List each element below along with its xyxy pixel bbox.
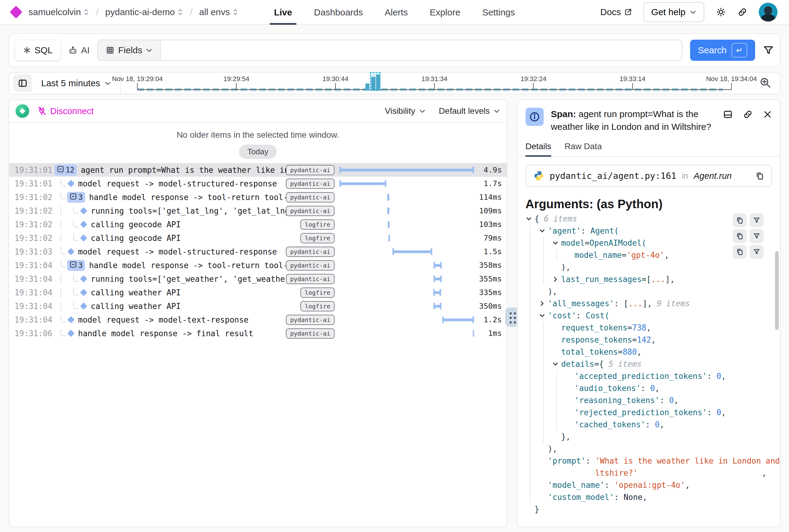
tree-connector (55, 220, 67, 229)
trace-row[interactable]: 19:31:0112agent run prompt=What is the w… (9, 163, 507, 177)
fields-label: Fields (118, 45, 142, 55)
indent-guide (539, 261, 552, 273)
code-token: Agent( (591, 226, 619, 235)
collapse-caret-icon[interactable] (552, 276, 561, 283)
panel-gap (507, 99, 517, 527)
code-token: = (622, 251, 627, 260)
theme-toggle-button[interactable] (716, 7, 726, 17)
collapse-badge[interactable]: 12 (55, 165, 77, 175)
source-file[interactable]: pydantic_ai/agent.py:161 (550, 171, 676, 181)
trace-row[interactable]: 19:31:04calling weather APIlogfire335ms (9, 286, 507, 299)
trace-row-name: running tools=['get_lat_lng', 'get_lat_l… (91, 206, 299, 215)
breadcrumb-project[interactable]: pydantic-ai-demo (105, 7, 183, 17)
code-token: 9 items (657, 299, 690, 308)
share-link-button[interactable] (737, 7, 747, 17)
trace-row[interactable]: 19:31:04running tools=['get_weather', 'g… (9, 272, 507, 286)
code-token: , (646, 323, 651, 332)
search-input[interactable] (161, 40, 681, 60)
trace-row[interactable]: 19:31:023handle model response -> tool-r… (9, 190, 507, 204)
trace-row-time: 19:31:01 (15, 166, 55, 175)
code-token: None (623, 493, 642, 502)
copy-span-link-button[interactable] (743, 110, 753, 119)
nav-tab-dashboards[interactable]: Dashboards (314, 0, 363, 25)
trace-row-tag-cell: logfire (301, 220, 334, 230)
visibility-dropdown[interactable]: Visibility (385, 106, 426, 116)
trace-row[interactable]: 19:31:03model request -> model-structure… (9, 245, 507, 259)
trace-row[interactable]: 19:31:06handle model response -> final r… (9, 326, 507, 340)
logfire-logo-icon[interactable] (10, 6, 22, 18)
collapse-caret-icon[interactable] (539, 300, 548, 307)
nav-tab-explore[interactable]: Explore (429, 0, 460, 25)
code-token: 0 (655, 420, 660, 429)
collapse-caret-icon[interactable] (539, 312, 548, 319)
trace-row[interactable]: 19:31:043handle model response -> tool-r… (9, 259, 507, 272)
ai-mode-button[interactable]: AI (69, 45, 90, 55)
collapse-caret-icon[interactable] (539, 228, 548, 234)
sidebar-toggle-button[interactable] (13, 74, 32, 92)
filter-value-button[interactable] (750, 213, 764, 227)
indent-guide (525, 273, 539, 285)
filter-value-button[interactable] (750, 245, 764, 259)
dock-bottom-button[interactable] (723, 110, 733, 119)
duration-bar (433, 291, 441, 294)
collapse-caret-icon[interactable] (552, 240, 561, 246)
search-button[interactable]: Search ↵ (690, 40, 755, 61)
code-token: 'cost' (548, 311, 576, 320)
close-panel-button[interactable] (763, 110, 772, 119)
trace-row[interactable]: 19:31:02running tools=['get_lat_lng', 'g… (9, 204, 507, 217)
trace-row[interactable]: 19:31:01model request -> model-structure… (9, 177, 507, 190)
copy-value-button[interactable] (733, 229, 747, 243)
copy-source-button[interactable] (755, 171, 764, 180)
code-token: OpenAIModel( (590, 239, 647, 248)
breadcrumb-org[interactable]: samuelcolvin (28, 7, 89, 17)
nav-tab-alerts[interactable]: Alerts (385, 0, 408, 25)
disconnect-button[interactable]: Disconnect (37, 106, 94, 116)
code-token: 'agent' (548, 226, 581, 235)
collapse-caret-icon[interactable] (552, 361, 561, 367)
tree-connector (67, 288, 80, 297)
scrollbar-thumb[interactable] (775, 251, 779, 330)
code-token: details (561, 360, 595, 368)
collapse-count: 3 (78, 193, 82, 202)
indent-guide (552, 406, 565, 419)
trace-row-waterfall (340, 245, 474, 259)
nav-tab-settings[interactable]: Settings (482, 0, 515, 25)
zoom-in-button[interactable] (759, 77, 771, 90)
filter-value-button[interactable] (750, 229, 764, 243)
timeline-tick-label: 19:33:14 (620, 75, 646, 83)
timeline-tick-label: 19:30:44 (323, 75, 348, 83)
filter-button[interactable] (763, 45, 774, 56)
default-levels-dropdown[interactable]: Default levels (439, 106, 500, 116)
breadcrumb-env[interactable]: all envs (199, 7, 238, 17)
indent-guide (539, 431, 552, 443)
trace-row[interactable]: 19:31:04calling weather APIlogfire350ms (9, 299, 507, 313)
top-bar: samuelcolvin / pydantic-ai-demo / all en… (0, 0, 789, 25)
indent-guide (525, 419, 539, 431)
nav-tab-live[interactable]: Live (274, 0, 292, 25)
detail-tab-raw-data[interactable]: Raw Data (564, 141, 602, 156)
time-range-dropdown[interactable]: Last 5 minutes (32, 78, 120, 88)
trace-row[interactable]: 19:31:02calling geocode APIlogfire103ms (9, 217, 507, 231)
fields-dropdown[interactable]: Fields (98, 40, 161, 60)
unfold-icon (232, 8, 238, 16)
sql-mode-button[interactable]: SQL (15, 40, 60, 60)
trace-row[interactable]: 19:31:04model request -> model-text-resp… (9, 313, 507, 326)
trace-row-tree: calling weather API (55, 288, 301, 297)
docs-link[interactable]: Docs (600, 7, 632, 17)
collapse-badge[interactable]: 3 (67, 192, 85, 203)
trace-row[interactable]: 19:31:02calling geocode APIlogfire79ms (9, 231, 507, 245)
today-chip: Today (239, 145, 277, 159)
magnifier-plus-icon (759, 77, 771, 89)
breadcrumb: samuelcolvin / pydantic-ai-demo / all en… (12, 7, 238, 17)
detail-tab-details[interactable]: Details (525, 141, 552, 156)
copy-value-button[interactable] (733, 213, 747, 227)
user-avatar[interactable] (759, 3, 777, 21)
unfold-icon (83, 8, 89, 16)
collapse-badge[interactable]: 3 (67, 260, 85, 271)
get-help-button[interactable]: Get help (643, 2, 704, 22)
trace-row-waterfall (340, 204, 474, 217)
collapse-caret-icon[interactable] (525, 215, 535, 222)
empty-window-notice: No older items in the selected time wind… (9, 123, 507, 140)
copy-value-button[interactable] (733, 245, 747, 259)
code-token: ... (628, 299, 642, 308)
